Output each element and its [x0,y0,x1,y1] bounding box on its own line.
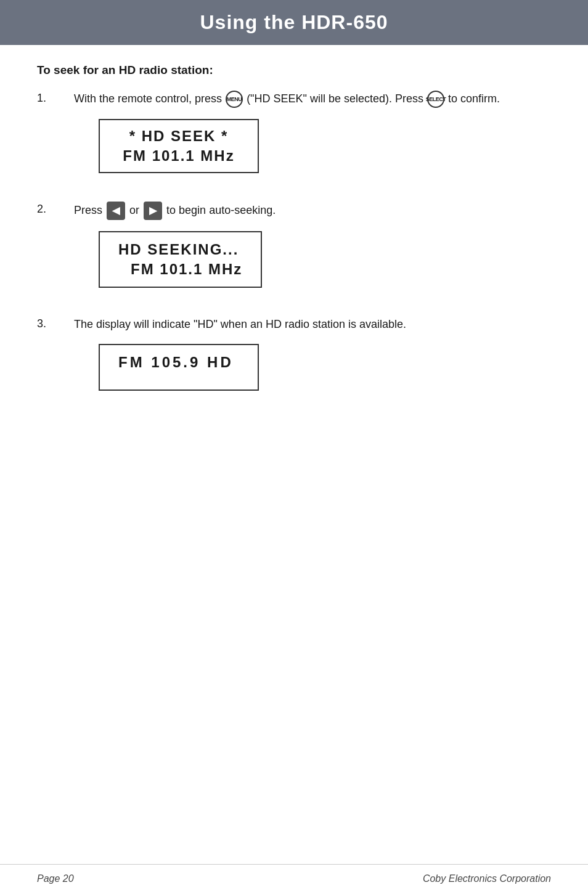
step-1-display: * HD SEEK * FM 101.1 MHz [99,119,259,173]
step-3-text: The display will indicate "HD" when an H… [74,316,551,333]
step-2-text-after: to begin auto-seeking. [166,204,276,216]
step-1-text-before: With the remote control, press [74,92,222,105]
select-icon-label: SELECT [426,96,446,104]
step-2: 2. Press ◀ or ▶ to begin auto-seeking. H… [37,202,551,294]
step-2-content: Press ◀ or ▶ to begin auto-seeking. HD S… [74,202,551,294]
step-3-number: 3. [37,316,74,330]
page-content: To seek for an HD radio station: 1. With… [0,45,588,468]
step-3-display: FM 105.9 HD [99,344,259,391]
step-3-content: The display will indicate "HD" when an H… [74,316,551,397]
step-1-display-line1: * HD SEEK * [118,128,239,145]
step-1-display-line2: FM 101.1 MHz [118,147,239,165]
menu-button-icon: MENU [226,91,243,108]
step-2-row: 2. Press ◀ or ▶ to begin auto-seeking. H… [37,202,551,294]
step-2-display-line2: FM 101.1 MHz [118,261,242,278]
select-button-icon: SELECT [427,91,444,108]
step-1: 1. With the remote control, press MENU (… [37,91,551,179]
step-1-text-after: to confirm. [448,92,500,105]
arrow-right-icon: ▶ [144,202,162,220]
step-3-row: 3. The display will indicate "HD" when a… [37,316,551,397]
section-title: To seek for an HD radio station: [37,63,551,77]
step-1-number: 1. [37,91,74,105]
page-title: Using the HDR-650 [25,11,563,34]
menu-icon-label: MENU [227,96,242,104]
step-1-text-middle: ("HD SEEK" will be selected). Press [247,92,423,105]
step-2-number: 2. [37,202,74,216]
step-2-text-before: Press [74,204,102,216]
page-header: Using the HDR-650 [0,0,588,45]
arrow-left-icon: ◀ [107,202,125,220]
step-1-row: 1. With the remote control, press MENU (… [37,91,551,179]
page-footer: Page 20 Coby Electronics Corporation [0,864,588,893]
step-2-text: Press ◀ or ▶ to begin auto-seeking. [74,202,551,220]
footer-page: Page 20 [37,873,74,884]
step-3-display-line1: FM 105.9 HD [118,354,239,371]
step-2-text-or: or [129,204,142,216]
step-2-display-line1: HD SEEKING... [118,241,242,258]
footer-brand: Coby Electronics Corporation [423,873,551,884]
step-2-display: HD SEEKING... FM 101.1 MHz [99,231,262,288]
step-1-content: With the remote control, press MENU ("HD… [74,91,551,179]
step-3: 3. The display will indicate "HD" when a… [37,316,551,397]
step-1-text: With the remote control, press MENU ("HD… [74,91,551,108]
